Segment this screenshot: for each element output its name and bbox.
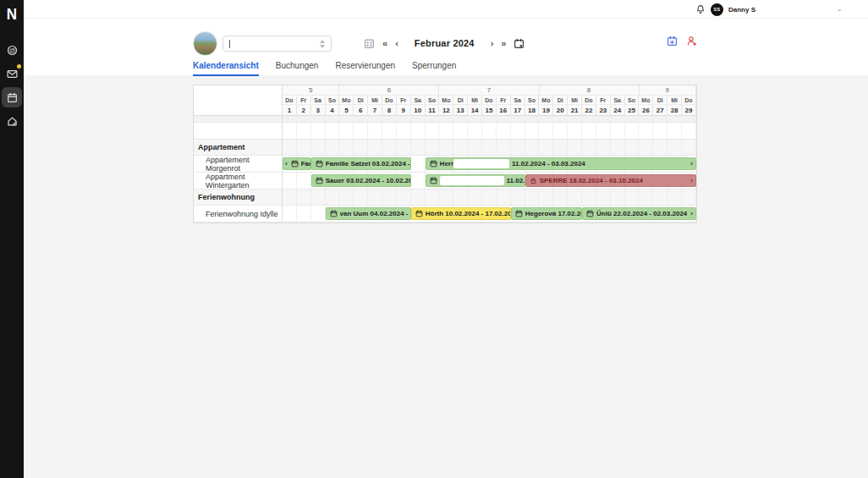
day-cell[interactable] — [368, 123, 382, 139]
day-cell[interactable] — [311, 140, 326, 155]
day-cell[interactable] — [311, 190, 326, 205]
select-stepper[interactable] — [320, 40, 325, 48]
day-cell[interactable] — [411, 190, 426, 205]
day-cell[interactable] — [611, 140, 625, 155]
day-cell[interactable] — [682, 123, 696, 139]
day-cell[interactable] — [682, 190, 696, 205]
day-cell[interactable] — [596, 140, 611, 155]
booking-bar[interactable]: Sauer 03.02.2024 - 10.02.2024 — [311, 174, 411, 187]
day-cell[interactable] — [625, 123, 640, 139]
tab-buchungen[interactable]: Buchungen — [276, 61, 319, 76]
day-cell[interactable] — [639, 190, 653, 205]
day-cell[interactable] — [582, 140, 596, 155]
app-logo[interactable]: N — [7, 5, 17, 24]
day-cell[interactable] — [553, 123, 568, 139]
day-cell[interactable] — [339, 190, 354, 205]
day-cell[interactable] — [283, 190, 297, 205]
day-cell[interactable] — [482, 190, 497, 205]
day-cell[interactable] — [497, 140, 511, 155]
day-cell[interactable] — [411, 123, 426, 139]
day-cell[interactable] — [511, 140, 525, 155]
day-cell[interactable] — [339, 140, 354, 155]
day-cell[interactable] — [382, 123, 397, 139]
tab-sperrungen[interactable]: Sperrungen — [412, 61, 456, 76]
day-cell[interactable] — [568, 140, 582, 155]
day-cell[interactable] — [439, 140, 453, 155]
day-cell[interactable] — [667, 123, 682, 139]
booking-bar[interactable]: 11.02.2024 - 18.02.2024 — [426, 174, 525, 187]
sidebar-item-properties[interactable] — [2, 111, 22, 131]
booking-bar[interactable]: Hörth 10.02.2024 - 17.02.2024 — [411, 207, 511, 220]
day-cell[interactable] — [468, 190, 482, 205]
sidebar-item-calendar[interactable] — [2, 87, 22, 107]
day-cell[interactable] — [283, 123, 297, 139]
day-cell[interactable] — [426, 190, 440, 205]
day-cell[interactable] — [568, 190, 582, 205]
day-cell[interactable] — [283, 140, 297, 155]
day-cell[interactable] — [382, 140, 397, 155]
prev-month-button[interactable]: ‹ — [395, 38, 398, 48]
day-cell[interactable] — [426, 140, 440, 155]
day-cell[interactable] — [667, 140, 682, 155]
day-cell[interactable] — [397, 123, 411, 139]
day-cell[interactable] — [439, 190, 453, 205]
day-cell[interactable] — [326, 190, 340, 205]
day-cell[interactable] — [368, 140, 382, 155]
day-cell[interactable] — [411, 140, 426, 155]
day-cell[interactable] — [482, 123, 497, 139]
day-cell[interactable] — [611, 123, 625, 139]
day-cell[interactable] — [539, 123, 553, 139]
booking-bar[interactable]: ‹Familie — [283, 157, 311, 170]
day-cell[interactable] — [468, 140, 482, 155]
day-cell[interactable] — [539, 140, 553, 155]
day-cell[interactable] — [667, 190, 682, 205]
day-cell[interactable] — [511, 123, 525, 139]
avatar[interactable]: SS — [711, 3, 723, 16]
calendar-today-icon[interactable] — [514, 38, 525, 49]
day-cell[interactable] — [326, 123, 340, 139]
day-cell[interactable] — [553, 140, 568, 155]
day-cell[interactable] — [497, 190, 511, 205]
day-cell[interactable] — [297, 190, 311, 205]
day-cell[interactable] — [453, 190, 468, 205]
day-cell[interactable] — [639, 123, 653, 139]
day-cell[interactable] — [596, 123, 611, 139]
booking-bar[interactable]: Herr11.02.2024 - 03.03.2024› — [426, 157, 696, 170]
day-cell[interactable] — [311, 123, 326, 139]
day-cell[interactable] — [453, 123, 468, 139]
property-select[interactable] — [222, 36, 332, 52]
day-cell[interactable] — [625, 140, 640, 155]
day-cell[interactable] — [525, 140, 540, 155]
day-cell[interactable] — [297, 206, 311, 222]
day-cell[interactable] — [582, 190, 596, 205]
add-booking-icon[interactable] — [667, 36, 678, 47]
sidebar-item-messages[interactable] — [2, 63, 22, 84]
day-cell[interactable] — [497, 123, 511, 139]
day-cell[interactable] — [468, 123, 482, 139]
day-cell[interactable] — [283, 173, 297, 189]
block-bar[interactable]: SPERRE 18.02.2024 - 03.10.2024› — [525, 174, 696, 187]
prev-year-button[interactable]: « — [382, 38, 387, 48]
day-cell[interactable] — [382, 190, 397, 205]
day-cell[interactable] — [553, 190, 568, 205]
tab-reservierungen[interactable]: Reservierungen — [335, 61, 395, 76]
day-cell[interactable] — [639, 140, 653, 155]
day-cell[interactable] — [339, 123, 354, 139]
day-cell[interactable] — [596, 190, 611, 205]
chevron-down-icon[interactable]: ⌄ — [836, 5, 843, 13]
day-cell[interactable] — [439, 123, 453, 139]
day-cell[interactable] — [611, 190, 625, 205]
day-cell[interactable] — [582, 123, 596, 139]
day-cell[interactable] — [682, 140, 696, 155]
day-cell[interactable] — [426, 123, 440, 139]
day-cell[interactable] — [453, 140, 468, 155]
day-cell[interactable] — [283, 206, 297, 222]
day-cell[interactable] — [297, 173, 311, 189]
day-cell[interactable] — [311, 206, 326, 222]
day-cell[interactable] — [354, 140, 368, 155]
next-year-button[interactable]: » — [501, 38, 506, 48]
day-cell[interactable] — [482, 140, 497, 155]
day-cell[interactable] — [354, 190, 368, 205]
day-cell[interactable] — [397, 140, 411, 155]
day-cell[interactable] — [525, 123, 540, 139]
